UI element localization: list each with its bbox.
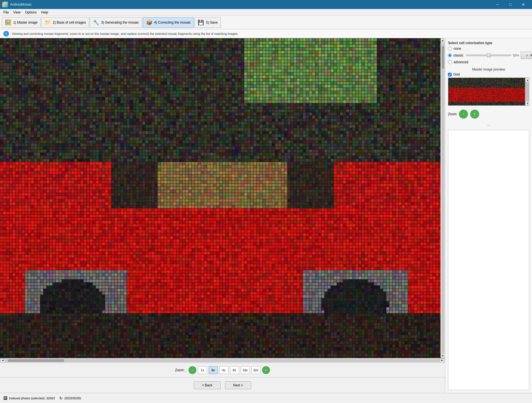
zoom-8x-button[interactable]: 8x xyxy=(230,366,239,374)
grid-label: Grid xyxy=(453,73,460,76)
zoom-controls: Zoom : − 1x 2x 4x 8x 16x 32x + xyxy=(0,363,445,377)
panel-zoom-label: Zoom xyxy=(448,112,457,116)
preview-section: Master image preview Grid ▲ ▼ xyxy=(448,67,529,106)
progress-text: (5029/5030) xyxy=(64,397,81,400)
radio-classic: classic 50% ✔ Apply xyxy=(448,52,529,59)
radio-classic-label: classic xyxy=(453,53,463,57)
title-bar: AndreaMosaic ─ □ ✕ xyxy=(0,0,532,9)
panel-zoom-out-button[interactable]: − xyxy=(459,110,468,119)
navigation-buttons: < Back Next > xyxy=(0,377,445,393)
status-bar: 🖼 Indexed photos (selected): 32663 ↻ (50… xyxy=(0,393,532,403)
step-master-label: 1) Master image xyxy=(13,21,38,24)
horizontal-scrollbar[interactable]: ◄ ► xyxy=(0,358,445,363)
progress-icon: ↻ xyxy=(59,396,63,400)
step-cell-button[interactable]: 📁 2) Base of cell images xyxy=(41,17,89,28)
slider-value: 50% xyxy=(513,54,519,57)
preview-canvas xyxy=(448,78,525,105)
radio-advanced-input[interactable] xyxy=(448,60,452,64)
step-generate-label: 3) Generating the mosaic xyxy=(101,21,139,24)
radio-classic-input[interactable] xyxy=(448,53,452,57)
title-bar-controls: ─ □ ✕ xyxy=(491,0,530,9)
canvas-area: ▲ ▼ ◄ ► Zoom : − 1x 2x 4x 8x 16x 32x xyxy=(0,38,445,393)
colorization-title: Select cell colorization type xyxy=(448,41,529,45)
preview-v-scroll[interactable]: ▲ ▼ xyxy=(525,78,529,105)
grid-checkbox[interactable] xyxy=(448,73,452,76)
cell-icon: 📁 xyxy=(44,19,51,26)
correct-icon: 📦 xyxy=(146,19,153,26)
zoom-label: Zoom : xyxy=(175,368,185,372)
maximize-button[interactable]: □ xyxy=(504,0,517,9)
mosaic-canvas[interactable] xyxy=(0,38,440,358)
zoom-in-button[interactable]: + xyxy=(262,366,270,374)
scroll-left-arrow[interactable]: ◄ xyxy=(1,358,5,363)
apply-label: Apply xyxy=(530,53,532,57)
toolbar: 🖼️ 1) Master image 📁 2) Base of cell ima… xyxy=(0,16,532,29)
grid-checkbox-row: Grid xyxy=(448,73,529,76)
step-save-button[interactable]: 💾 5) Save xyxy=(194,17,220,28)
radio-advanced: advanced xyxy=(448,60,529,64)
main-content: ▲ ▼ ◄ ► Zoom : − 1x 2x 4x 8x 16x 32x xyxy=(0,38,532,393)
colorization-slider-track[interactable] xyxy=(466,55,511,56)
next-button[interactable]: Next > xyxy=(225,381,251,389)
panel-zoom-row: Zoom − + xyxy=(448,110,529,119)
radio-none: none xyxy=(448,47,529,51)
radio-none-label: none xyxy=(454,47,461,51)
menu-options[interactable]: Options xyxy=(23,9,39,15)
panel-zoom-in-button[interactable]: + xyxy=(470,110,479,119)
apply-button[interactable]: ✔ Apply xyxy=(521,52,532,59)
canvas-with-vscroll: ▲ ▼ xyxy=(0,38,445,358)
step-correct-button[interactable]: 📦 4) Correcting the mosaic xyxy=(143,17,194,28)
radio-advanced-label: advanced xyxy=(454,60,468,64)
h-scroll-track[interactable] xyxy=(5,359,440,362)
title-bar-title: AndreaMosaic xyxy=(10,3,32,6)
info-text: Viewing and correcting mosaic fragments:… xyxy=(12,32,238,35)
apply-icon: ✔ xyxy=(526,53,529,58)
preview-scroll-up[interactable]: ▲ xyxy=(525,78,529,82)
step-cell-label: 2) Base of cell images xyxy=(53,21,86,24)
dots-label: ... xyxy=(448,122,529,126)
zoom-4x-button[interactable]: 4x xyxy=(219,366,228,374)
preview-title: Master image preview xyxy=(448,67,529,71)
step-correct-label: 4) Correcting the mosaic xyxy=(154,21,191,24)
back-button[interactable]: < Back xyxy=(194,381,220,389)
info-bar: i Viewing and correcting mosaic fragment… xyxy=(0,29,532,38)
master-icon: 🖼️ xyxy=(5,19,12,26)
save-icon: 💾 xyxy=(197,19,204,26)
zoom-16x-button[interactable]: 16x xyxy=(241,366,250,374)
preview-scroll-down[interactable]: ▼ xyxy=(525,101,529,105)
generate-icon: 🔧 xyxy=(93,19,99,26)
colorization-slider-thumb[interactable] xyxy=(487,53,491,57)
radio-group: none classic 50% ✔ Apply xyxy=(448,47,529,64)
vertical-scrollbar[interactable]: ▲ ▼ xyxy=(440,38,445,358)
status-progress: ↻ (5029/5030) xyxy=(59,396,81,400)
zoom-32x-button[interactable]: 32x xyxy=(251,366,260,374)
minimize-button[interactable]: ─ xyxy=(491,0,504,9)
preview-container[interactable]: ▲ ▼ xyxy=(448,78,529,106)
scroll-right-arrow[interactable]: ► xyxy=(440,358,444,363)
photo-icon: 🖼 xyxy=(3,396,7,400)
info-icon: i xyxy=(3,31,9,37)
menu-help[interactable]: Help xyxy=(39,9,51,15)
v-scroll-thumb[interactable] xyxy=(442,46,444,69)
menu-file[interactable]: File xyxy=(1,9,11,15)
step-save-label: 5) Save xyxy=(206,21,217,24)
colorization-section: Select cell colorization type none class… xyxy=(448,41,529,64)
zoom-2x-button[interactable]: 2x xyxy=(209,366,218,374)
menu-view[interactable]: View xyxy=(11,9,23,15)
preview-scroll-track[interactable] xyxy=(525,82,529,101)
step-generate-button[interactable]: 🔧 3) Generating the mosaic xyxy=(90,17,142,28)
status-indexed: 🖼 Indexed photos (selected): 32663 xyxy=(3,396,55,400)
v-scroll-track[interactable] xyxy=(442,43,444,353)
step-master-button[interactable]: 🖼️ 1) Master image xyxy=(2,17,41,28)
scroll-up-arrow[interactable]: ▲ xyxy=(441,38,445,43)
zoom-1x-button[interactable]: 1x xyxy=(198,366,207,374)
zoom-out-button[interactable]: − xyxy=(188,366,196,374)
close-button[interactable]: ✕ xyxy=(517,0,530,9)
radio-none-input[interactable] xyxy=(448,47,452,51)
menu-bar: File View Options Help xyxy=(0,9,532,16)
matching-images-panel xyxy=(448,130,529,390)
h-scroll-thumb[interactable] xyxy=(8,359,64,362)
scroll-down-arrow[interactable]: ▼ xyxy=(441,354,445,358)
app-icon xyxy=(2,2,8,7)
right-panel: Select cell colorization type none class… xyxy=(445,38,532,393)
